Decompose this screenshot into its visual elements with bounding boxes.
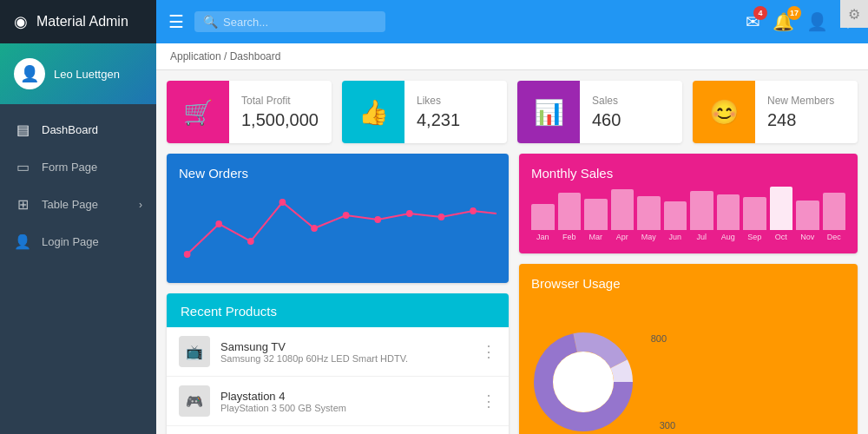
stat-label-likes: Likes — [417, 95, 460, 107]
svg-point-0 — [184, 251, 191, 258]
topbar-icons: ✉ 4 🔔 17 👤 ⚙ — [746, 11, 856, 32]
members-icon-box: 😊 — [693, 81, 755, 143]
sales-bar-sep: Sep — [743, 197, 766, 241]
menu-icon[interactable]: ☰ — [168, 11, 184, 32]
chart-label-800: 800 — [651, 333, 667, 344]
new-orders-card: New Orders — [167, 154, 509, 283]
new-orders-title: New Orders — [179, 166, 496, 181]
stat-value-members: 248 — [767, 110, 834, 130]
stat-card-likes: 👍 Likes 4,231 — [342, 81, 507, 143]
sidebar-item-label: Form Page — [42, 161, 97, 174]
monthly-sales-title: Monthly Sales — [531, 166, 845, 181]
bar-rect — [558, 193, 582, 230]
sales-bar-nov: Nov — [796, 201, 819, 241]
more-icon-samsung[interactable]: ⋮ — [481, 342, 496, 361]
breadcrumb-text: Application / Dashboard — [170, 50, 280, 62]
barchart-icon: 📊 — [534, 98, 564, 127]
browser-usage-title: Browser Usage — [531, 276, 845, 291]
stat-card-sales: 📊 Sales 460 — [517, 81, 682, 143]
search-input[interactable] — [223, 16, 377, 29]
month-label: Feb — [562, 233, 576, 241]
mail-button[interactable]: ✉ 4 — [746, 11, 760, 32]
month-label: Jun — [668, 233, 681, 241]
sales-bar-mar: Mar — [584, 199, 608, 241]
bar-rect — [690, 191, 713, 230]
stat-value-sales: 460 — [592, 110, 621, 130]
app-title: Material Admin — [36, 14, 128, 30]
account-icon: 👤 — [806, 12, 828, 31]
product-desc-ps4: PlayStation 3 500 GB System — [220, 403, 470, 413]
bar-rect — [823, 193, 846, 230]
col-right: Monthly Sales JanFebMarAprMayJunJulAugSe… — [519, 154, 858, 434]
main-area: ☰ 🔍 ✉ 4 🔔 17 👤 ⚙ Application / Dashboard — [156, 0, 868, 434]
bar-rect — [584, 199, 608, 230]
thumbsup-icon: 👍 — [358, 98, 389, 127]
likes-icon-box: 👍 — [342, 81, 404, 143]
sales-bar-jul: Jul — [690, 191, 713, 241]
bar-rect — [531, 204, 555, 230]
mail-badge: 4 — [753, 6, 767, 20]
sales-bar-dec: Dec — [823, 193, 846, 241]
recent-products-card: Recent Products 📺 Samsung TV Samsung 32 … — [167, 293, 509, 434]
sidebar-item-login-page[interactable]: 👤 Login Page — [0, 223, 156, 260]
month-label: Dec — [827, 233, 841, 241]
cart-icon-box: 🛒 — [167, 81, 229, 143]
chart-label-300: 300 — [660, 420, 675, 431]
svg-point-3 — [279, 199, 286, 206]
notification-button[interactable]: 🔔 17 — [773, 11, 794, 32]
stat-info-likes: Likes 4,231 — [404, 86, 472, 139]
new-orders-chart — [179, 189, 496, 267]
month-label: Aug — [721, 233, 735, 241]
svg-point-2 — [247, 238, 254, 245]
sidebar-username: Leo Luettgen — [54, 68, 120, 81]
sales-bar-may: May — [637, 196, 661, 241]
bar-rect — [717, 194, 740, 230]
browser-usage-card: Browser Usage 800 300 — [519, 264, 858, 434]
monthly-sales-card: Monthly Sales JanFebMarAprMayJunJulAugSe… — [519, 154, 858, 253]
settings-icon[interactable]: ⚙ — [840, 0, 868, 28]
sidebar-item-table-page[interactable]: ⊞ Table Page › — [0, 186, 156, 223]
stat-label-profit: Total Profit — [241, 95, 319, 107]
chevron-right-icon: › — [139, 199, 142, 211]
bar-rect — [637, 196, 661, 230]
donut-chart: 800 300 — [531, 330, 635, 434]
month-label: Apr — [616, 233, 628, 241]
person-icon: 👤 — [14, 233, 31, 250]
sidebar-item-dashboard[interactable]: ▤ DashBoard — [0, 111, 156, 148]
product-icon-ps4: 🎮 — [179, 385, 210, 417]
two-col: New Orders — [167, 154, 858, 434]
sales-bar-oct: Oct — [770, 187, 793, 241]
month-label: Oct — [775, 233, 787, 241]
product-info-ps4: Playstation 4 PlayStation 3 500 GB Syste… — [220, 390, 470, 413]
stat-card-total-profit: 🛒 Total Profit 1,500,000 — [167, 81, 332, 143]
sidebar-item-form-page[interactable]: ▭ Form Page — [0, 148, 156, 186]
svg-point-8 — [438, 214, 445, 220]
sidebar: ◉ Material Admin 👤 Leo Luettgen ▤ DashBo… — [0, 0, 156, 434]
sales-bar-aug: Aug — [717, 194, 740, 241]
month-label: Nov — [800, 233, 814, 241]
product-name-ps4: Playstation 4 — [220, 390, 470, 403]
sidebar-item-label: Table Page — [42, 198, 98, 211]
sales-bar-apr: Apr — [611, 189, 635, 241]
list-item: 🎮 Playstation 4 PlayStation 3 500 GB Sys… — [167, 377, 509, 426]
product-info-samsung: Samsung TV Samsung 32 1080p 60Hz LED Sma… — [220, 340, 470, 364]
bar-rect — [796, 201, 819, 230]
more-icon-ps4[interactable]: ⋮ — [481, 391, 496, 411]
product-desc-samsung: Samsung 32 1080p 60Hz LED Smart HDTV. — [220, 353, 470, 364]
stat-label-members: New Members — [767, 95, 834, 107]
stat-label-sales: Sales — [592, 95, 621, 107]
product-icon-samsung: 📺 — [179, 336, 210, 367]
svg-point-6 — [374, 216, 381, 223]
svg-point-1 — [215, 220, 222, 227]
dashboard-icon: ▤ — [14, 122, 31, 138]
month-label: Jul — [696, 233, 707, 241]
svg-point-5 — [343, 212, 350, 219]
account-button[interactable]: 👤 — [806, 11, 828, 32]
sidebar-item-label: DashBoard — [42, 123, 98, 136]
app-logo-icon: ◉ — [14, 12, 28, 31]
search-box: 🔍 — [194, 11, 385, 32]
sidebar-nav: ▤ DashBoard ▭ Form Page ⊞ Table Page › 👤… — [0, 104, 156, 434]
content-area: 🛒 Total Profit 1,500,000 👍 Likes 4,231 — [156, 70, 868, 434]
form-icon: ▭ — [14, 159, 31, 175]
browser-chart-area: 800 300 — [531, 299, 845, 434]
